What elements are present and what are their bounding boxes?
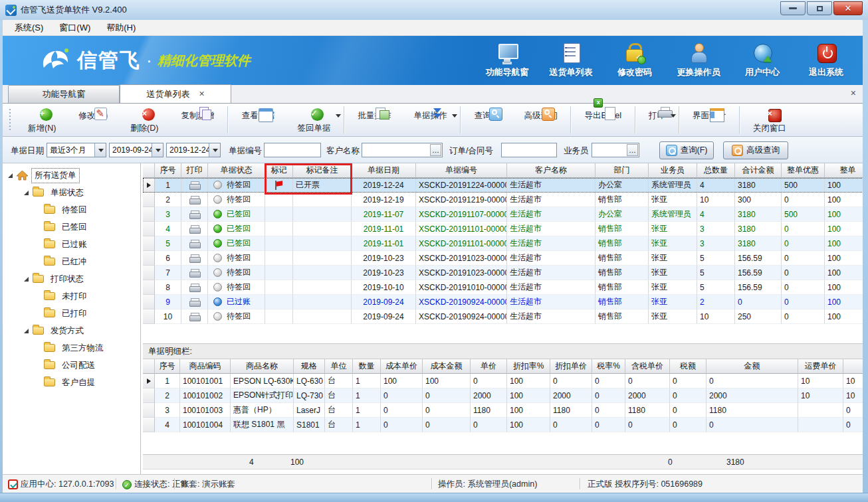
- toolbar-button-edit[interactable]: 修改(M): [67, 104, 119, 136]
- detail-column-header-1[interactable]: 商品编码: [180, 359, 231, 374]
- table-row[interactable]: 6待签回2019-10-23XSCKD-20191023-000003生活超市销…: [143, 251, 863, 266]
- row-selector[interactable]: [143, 236, 155, 251]
- tree-group[interactable]: 单据状态: [3, 184, 140, 201]
- column-header-customer[interactable]: 客户名称: [507, 163, 596, 178]
- tree-root[interactable]: 所有送货单: [3, 167, 140, 184]
- order-field[interactable]: [501, 143, 557, 157]
- detail-row[interactable]: 2100101002EPSON针式打印LQ-730台10020001002000…: [143, 388, 863, 403]
- detail-column-header-5[interactable]: 数量: [353, 359, 381, 374]
- toolbar-button-batch[interactable]: 批量操作: [346, 104, 402, 136]
- banner-item-lock[interactable]: 修改密码: [611, 43, 658, 78]
- row-selector[interactable]: [143, 309, 155, 324]
- toolbar-button-closewin[interactable]: ×关闭窗口: [742, 104, 798, 136]
- table-row[interactable]: 1待签回已开票2019-12-24XSCKD-20191224-000002生活…: [143, 178, 863, 193]
- detail-row[interactable]: 4100101004联想 S1801 黑S1801台1000100000000: [143, 418, 863, 432]
- column-header-print[interactable]: 打印: [181, 163, 208, 178]
- tree-item[interactable]: 客户自提: [3, 374, 140, 391]
- detail-column-header-4[interactable]: 单位: [325, 359, 353, 374]
- toolbar-button-del[interactable]: ×删除(D): [119, 104, 169, 136]
- row-selector[interactable]: [143, 374, 155, 388]
- table-row[interactable]: 3已签回2019-11-07XSCKD-20191107-000003生活超市办…: [143, 207, 863, 222]
- column-header-total[interactable]: 合计金额: [735, 163, 782, 178]
- toolbar-button-excel[interactable]: 导出Excel: [573, 104, 633, 136]
- tree-item[interactable]: 已过账: [3, 236, 140, 253]
- banner-item-globe[interactable]: 用户中心: [739, 43, 786, 78]
- column-header-doc_no[interactable]: 单据编号: [416, 163, 507, 178]
- detail-column-header-14[interactable]: 金额: [706, 359, 798, 374]
- row-selector[interactable]: [143, 222, 155, 236]
- row-selector[interactable]: [143, 403, 155, 418]
- table-row[interactable]: 2待签回2019-12-19XSCKD-20191219-000001生活超市销…: [143, 193, 863, 207]
- row-selector[interactable]: [143, 418, 155, 432]
- detail-column-header-16[interactable]: [843, 359, 863, 374]
- menu-item-1[interactable]: 系统(S): [7, 20, 51, 36]
- toolbar-button-design[interactable]: 界面设计: [681, 104, 737, 136]
- tree-expand-icon[interactable]: [24, 329, 29, 333]
- chevron-down-icon[interactable]: [152, 143, 163, 157]
- row-selector[interactable]: [143, 193, 155, 207]
- detail-row[interactable]: 1100101001EPSON LQ-630KLQ-630台1100100010…: [143, 374, 863, 388]
- tab-close-icon[interactable]: ×: [199, 88, 204, 99]
- detail-column-header-0[interactable]: 序号: [155, 359, 180, 374]
- customer-field[interactable]: …: [362, 143, 443, 157]
- column-header-salesman[interactable]: 业务员: [649, 163, 697, 178]
- table-row[interactable]: 9已过账2019-09-24XSCKD-20190924-000002生活超市销…: [143, 295, 863, 309]
- tree-group[interactable]: 发货方式: [3, 322, 140, 339]
- dropdown-arrow-icon[interactable]: [671, 114, 676, 118]
- column-header-flag_note[interactable]: 标记备注: [293, 163, 352, 178]
- toolbar-button-search[interactable]: 查询(F): [463, 104, 512, 136]
- detail-column-header-15[interactable]: 运费单价: [798, 359, 843, 374]
- column-header-date[interactable]: 单据日期: [352, 163, 416, 178]
- banner-item-monitor[interactable]: 功能导航窗: [484, 43, 530, 78]
- column-header-discount[interactable]: 整单优惠: [782, 163, 825, 178]
- close-button[interactable]: ✕: [833, 1, 863, 15]
- toolbar-button-docops[interactable]: 单据操作: [402, 104, 458, 136]
- menu-item-2[interactable]: 窗口(W): [51, 20, 98, 36]
- detail-column-header-7[interactable]: 成本金额: [423, 359, 471, 374]
- detail-column-header-10[interactable]: 折扣单价: [550, 359, 592, 374]
- row-selector[interactable]: [143, 251, 155, 266]
- date-from-combo[interactable]: 2019-09-24: [109, 143, 163, 157]
- detail-column-header-11[interactable]: 税率%: [592, 359, 625, 374]
- restore-button[interactable]: [807, 1, 832, 15]
- tabstrip-close-icon[interactable]: ×: [851, 88, 856, 98]
- column-header-extra[interactable]: 整单: [825, 163, 863, 178]
- detail-column-header-3[interactable]: 规格: [294, 359, 325, 374]
- detail-column-header-13[interactable]: 税额: [670, 359, 706, 374]
- toolbar-grip[interactable]: [9, 109, 13, 131]
- tree-expand-icon[interactable]: [8, 173, 13, 178]
- detail-column-header-6[interactable]: 成本单价: [381, 359, 423, 374]
- salesman-field[interactable]: …: [592, 143, 639, 157]
- tree-item[interactable]: 未打印: [3, 288, 140, 305]
- column-header-qty[interactable]: 总数量: [697, 163, 735, 178]
- tree-item[interactable]: 已打印: [3, 305, 140, 322]
- row-selector[interactable]: [143, 266, 155, 280]
- detail-column-header-9[interactable]: 折扣率%: [507, 359, 550, 374]
- toolbar-button-sign[interactable]: ✓签回单据: [286, 104, 342, 136]
- doc-no-field[interactable]: [264, 143, 321, 157]
- detail-row[interactable]: 3100101003惠普（HP）LaserJ台10011801001180011…: [143, 403, 863, 418]
- row-selector[interactable]: [143, 280, 155, 295]
- tree-item[interactable]: 已红冲: [3, 253, 140, 270]
- detail-column-header-2[interactable]: 商品名称: [231, 359, 294, 374]
- menu-item-3[interactable]: 帮助(H): [98, 20, 144, 36]
- tab-delivery-list[interactable]: 送货单列表×: [120, 84, 231, 103]
- toolbar-button-add[interactable]: +新增(N): [17, 104, 67, 136]
- order-input[interactable]: [502, 143, 556, 157]
- table-row[interactable]: 7待签回2019-10-23XSCKD-20191023-000002生活超市销…: [143, 266, 863, 280]
- toolbar-button-advsearch[interactable]: 高级查询: [512, 104, 568, 136]
- detail-column-header-12[interactable]: 含税单价: [625, 359, 670, 374]
- tab-function-nav[interactable]: 功能导航窗: [8, 85, 120, 103]
- toolbar-button-view[interactable]: 查看单据: [230, 104, 286, 136]
- table-row[interactable]: 10待签回2019-09-24XSCKD-20190924-000001生活超市…: [143, 309, 863, 324]
- tree-item[interactable]: 公司配送: [3, 357, 140, 374]
- tree-expand-icon[interactable]: [24, 277, 29, 282]
- row-selector[interactable]: [143, 295, 155, 309]
- ellipsis-button[interactable]: …: [627, 144, 638, 156]
- table-row[interactable]: 5已签回2019-11-01XSCKD-20191101-000001生活超市销…: [143, 236, 863, 251]
- banner-item-power[interactable]: 退出系统: [803, 43, 849, 78]
- column-header-flag[interactable]: 标记: [265, 163, 293, 178]
- column-header-dept[interactable]: 部门: [596, 163, 649, 178]
- tree-expand-icon[interactable]: [24, 191, 29, 195]
- date-to-combo[interactable]: 2019-12-24: [166, 143, 221, 157]
